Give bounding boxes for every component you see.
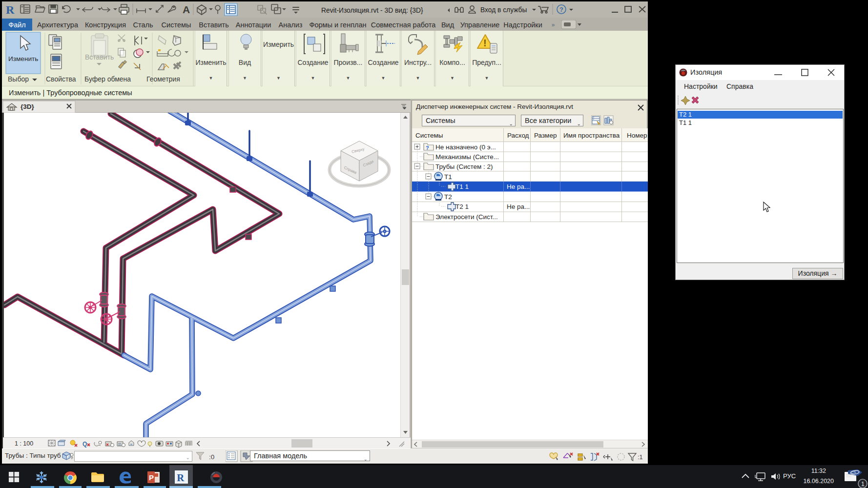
svg-text::1: :1 (638, 454, 642, 461)
svg-text:Электросети (Сист...: Электросети (Сист... (435, 213, 498, 221)
svg-text:Не ра...: Не ра... (507, 183, 530, 190)
svg-text:Свойства: Свойства (46, 75, 76, 83)
svg-text:!: ! (483, 38, 487, 48)
svg-text:Механизмы (Систе...: Механизмы (Систе... (435, 153, 499, 161)
svg-text:A: A (183, 4, 190, 15)
svg-text:Вставить: Вставить (85, 53, 114, 61)
svg-text:Т2: Т2 (444, 193, 452, 201)
svg-text:Вход в службы: Вход в службы (480, 6, 527, 14)
svg-text:Не ра...: Не ра... (507, 203, 530, 210)
svg-text:Размер: Размер (534, 132, 557, 139)
svg-text:CS: CS (851, 470, 856, 474)
svg-text:R: R (6, 3, 15, 16)
svg-text:{3D}: {3D} (21, 103, 35, 110)
svg-text:Изменить: Изменить (8, 55, 38, 62)
svg-text:Revit-Изоляция.rvt - 3D вид: {: Revit-Изоляция.rvt - 3D вид: {3D} (321, 7, 423, 14)
svg-text:Т1: Т1 (444, 173, 452, 181)
svg-text:Системы: Системы (415, 132, 443, 139)
svg-text:Не назначено (0 э...: Не назначено (0 э... (435, 143, 496, 151)
svg-text:Геометрия: Геометрия (146, 75, 180, 83)
svg-text:R: R (177, 472, 185, 483)
svg-text:?: ? (426, 145, 429, 151)
svg-text:1: 1 (861, 481, 865, 488)
svg-text::0: :0 (209, 453, 214, 461)
svg-text:Расход: Расход (507, 132, 529, 139)
svg-text:Т1 1: Т1 1 (455, 183, 469, 190)
svg-text:Трубы (Систем : 2): Трубы (Систем : 2) (435, 163, 493, 170)
svg-text:?: ? (559, 6, 563, 13)
svg-text:Номер г: Номер г (627, 132, 648, 139)
svg-text:Т2 1: Т2 1 (455, 203, 469, 210)
svg-text:Имя пространства: Имя пространства (563, 132, 620, 139)
svg-text:Выбор: Выбор (8, 75, 29, 83)
svg-text:P: P (149, 473, 154, 482)
svg-text:1 : 100: 1 : 100 (15, 440, 33, 447)
svg-text:Q: Q (83, 441, 87, 447)
svg-text:Буфер обмена: Буфер обмена (84, 75, 131, 83)
